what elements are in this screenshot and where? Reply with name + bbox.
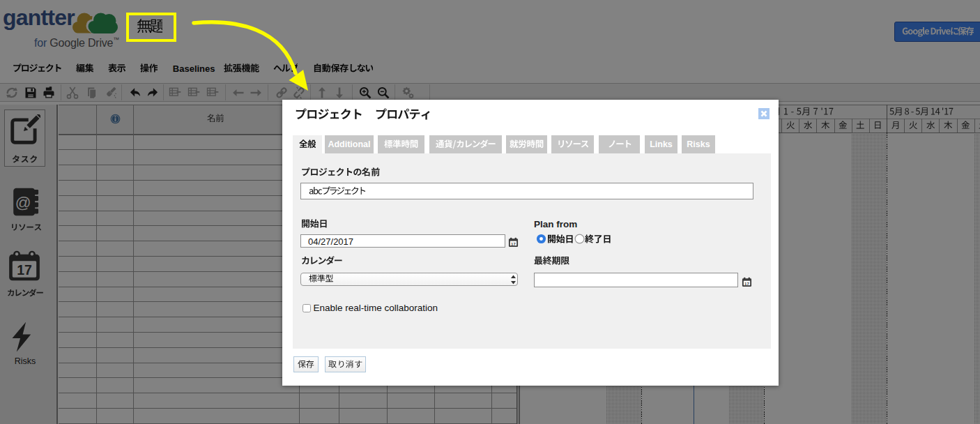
- svg-text:17: 17: [744, 281, 749, 286]
- svg-text:17: 17: [511, 241, 516, 246]
